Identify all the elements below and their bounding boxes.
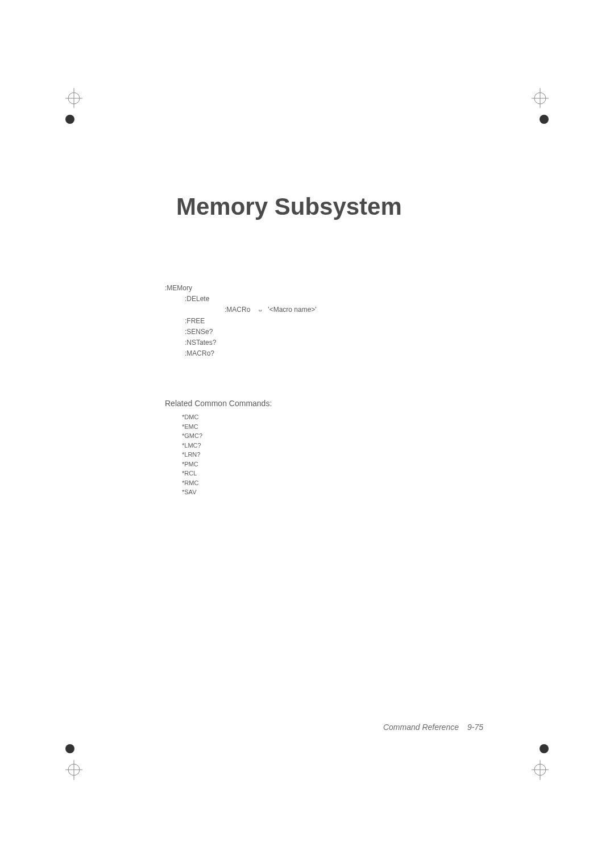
footer-label: Command Reference [383,723,459,732]
list-item: *LMC? [182,441,500,450]
tree-item: :DELete [185,294,500,304]
list-item: *PMC [182,460,500,469]
page-footer: Command Reference 9-75 [383,723,483,732]
svg-point-3 [65,115,74,124]
tree-subitem: :MACRo ␣ '<Macro name>' [225,304,500,315]
page-content: Memory Subsystem :MEMory :DELete :MACRo … [165,193,500,497]
footer-page-number: 9-75 [467,723,483,732]
svg-point-8 [65,744,74,753]
list-item: *GMC? [182,431,500,441]
crop-mark-top-left [54,88,88,128]
list-item: *RCL [182,469,500,478]
tree-item: :MACRo? [185,348,500,359]
macro-param: '<Macro name>' [268,304,316,315]
list-item: *SAV [182,487,500,497]
crop-mark-bottom-right [526,740,560,780]
list-item: *LRN? [182,450,500,460]
crop-mark-bottom-left [54,740,88,780]
related-commands-section: Related Common Commands: *DMC *EMC *GMC?… [165,399,500,497]
command-tree: :MEMory :DELete :MACRo ␣ '<Macro name>' … [165,283,500,359]
tree-item: :SENSe? [185,327,500,337]
crop-mark-top-right [526,88,560,128]
macro-command: :MACRo [225,304,250,315]
list-item: *DMC [182,412,500,422]
tree-item: :FREE [185,316,500,327]
space-indicator: ␣ [259,304,262,315]
related-title: Related Common Commands: [165,399,500,408]
related-commands-list: *DMC *EMC *GMC? *LMC? *LRN? *PMC *RCL *R… [182,412,500,497]
tree-root: :MEMory [165,283,500,294]
tree-item: :NSTates? [185,337,500,348]
svg-point-12 [540,744,549,753]
svg-point-7 [540,115,549,124]
list-item: *EMC [182,422,500,432]
page-title: Memory Subsystem [165,193,500,220]
list-item: *RMC [182,478,500,488]
